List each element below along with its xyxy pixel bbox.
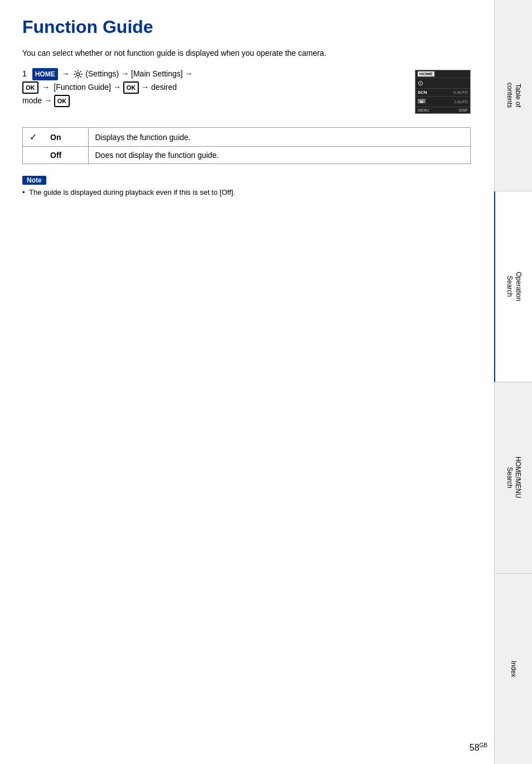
check-cell-off [23, 147, 44, 164]
cs-row-scn: SCN S.AUTO [415, 89, 470, 97]
page-number: 58GB [470, 742, 487, 753]
note-list: The guide is displayed during playback e… [22, 188, 471, 196]
cs-menu-label: MENU [418, 108, 429, 112]
camera-screen: HOME ⊙ SCN S.AUTO M J.AUTO [415, 70, 471, 114]
check-cell-on: ✓ [23, 128, 44, 147]
table-row: Off Does not display the function guide. [23, 147, 471, 164]
cs-row-menu: MENU DISP [415, 107, 470, 113]
option-desc-off: Does not display the function guide. [88, 147, 471, 164]
page-title: Function Guide [22, 17, 471, 37]
main-content: Function Guide You can select whether or… [0, 0, 493, 219]
cs-jauto-label: J.AUTO [454, 100, 468, 104]
sidebar-tab-label-toc: Table ofcontents [505, 83, 522, 108]
sidebar-tab-operation-search[interactable]: OperationSearch [494, 191, 532, 383]
svg-text:M: M [420, 100, 423, 104]
cs-home-label: HOME [418, 71, 434, 76]
cs-scn-label: SCN [418, 90, 427, 95]
note-section: Note The guide is displayed during playb… [22, 175, 471, 196]
cs-row-m: M J.AUTO [415, 97, 470, 107]
function-guide-label: [Function Guide] → [54, 83, 121, 92]
mode-label: mode → [22, 96, 52, 105]
ok-badge-2: OK [123, 81, 139, 94]
settings-label: (Settings) → [Main Settings] → [85, 69, 192, 78]
note-badge: Note [22, 176, 46, 185]
options-table: ✓ On Displays the function guide. Off Do… [22, 127, 471, 164]
sidebar-tab-label-index: Index [509, 661, 518, 677]
ok-badge-1: OK [22, 81, 38, 94]
cs-row-home: HOME [415, 70, 470, 78]
sidebar-tab-label-home: HOME/MENUSearch [505, 457, 522, 498]
cs-m-icon: M [418, 98, 425, 105]
settings-icon [73, 69, 83, 79]
sidebar-tab-table-of-contents[interactable]: Table ofcontents [494, 0, 532, 191]
option-desc-on: Displays the function guide. [88, 128, 471, 147]
instruction-block: 1 HOME → (Settings) → [Main Settings] → … [22, 68, 471, 114]
svg-point-0 [77, 73, 80, 76]
cs-sauto-label: S.AUTO [453, 90, 468, 94]
cs-disp-label: DISP [459, 108, 468, 112]
cs-circle-icon: ⊙ [418, 79, 423, 87]
step-number: 1 [22, 69, 27, 78]
instruction-text: 1 HOME → (Settings) → [Main Settings] → … [22, 68, 398, 107]
checkmark-on: ✓ [30, 132, 37, 142]
note-item: The guide is displayed during playback e… [22, 188, 471, 196]
desired-label: → desired [141, 83, 177, 92]
home-badge: HOME [32, 68, 58, 80]
ok-badge-3: OK [54, 95, 70, 108]
cs-row-circle: ⊙ [415, 78, 470, 89]
sidebar-tab-home-menu-search[interactable]: HOME/MENUSearch [494, 382, 532, 574]
right-sidebar: Table ofcontents OperationSearch HOME/ME… [494, 0, 532, 764]
option-name-on: On [43, 128, 88, 147]
sidebar-tab-index[interactable]: Index [494, 574, 532, 765]
description: You can select whether or not function g… [22, 49, 471, 57]
option-name-off: Off [43, 147, 88, 164]
sidebar-tab-label-operation: OperationSearch [505, 272, 522, 301]
table-row: ✓ On Displays the function guide. [23, 128, 471, 147]
